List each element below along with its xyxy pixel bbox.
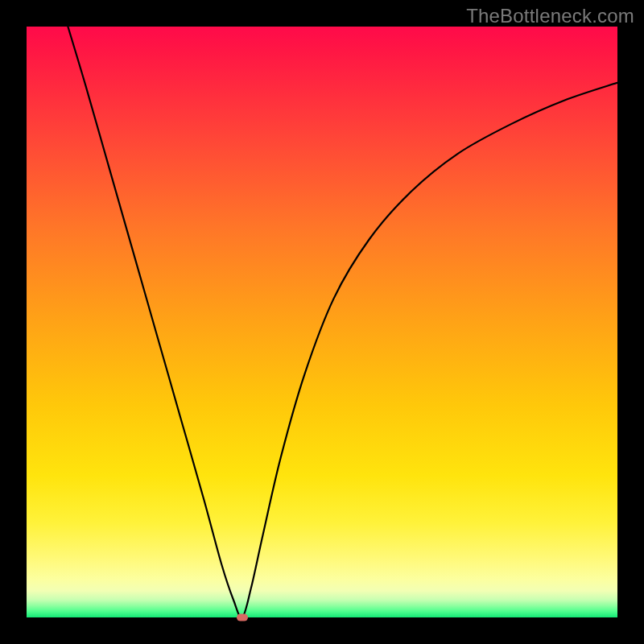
watermark-text: TheBottleneck.com (466, 5, 634, 27)
minimum-marker (237, 614, 248, 621)
curve-path (68, 27, 617, 617)
plot-area (27, 27, 617, 617)
chart-frame: TheBottleneck.com (0, 0, 644, 644)
bottleneck-curve (27, 27, 617, 617)
